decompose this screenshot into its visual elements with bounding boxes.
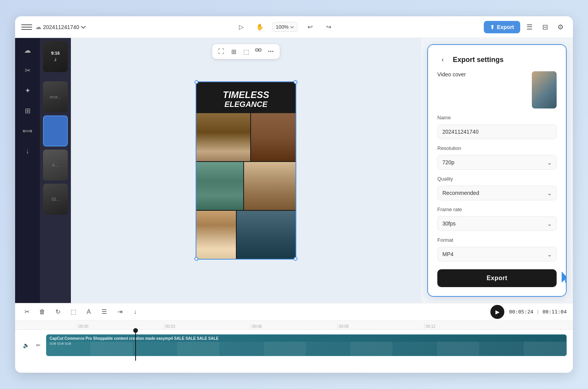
format-select[interactable]: MP4 MOV GIF bbox=[437, 247, 557, 262]
name-label: Name bbox=[437, 115, 557, 120]
handle-bl[interactable] bbox=[194, 257, 198, 261]
cut-icon: ✂ bbox=[25, 66, 31, 75]
media-thumb-4[interactable]: 4-... bbox=[43, 150, 68, 181]
svg-rect-0 bbox=[256, 49, 258, 51]
video-cover-thumbnail[interactable] bbox=[532, 71, 557, 108]
thumb-4 bbox=[177, 342, 220, 356]
collage-row-1 bbox=[196, 113, 296, 161]
redo-btn[interactable]: ↪ bbox=[322, 21, 335, 33]
cover-placeholder bbox=[532, 71, 557, 108]
menu-icon[interactable] bbox=[21, 22, 32, 33]
video-track[interactable]: CapCut Commerce Pro Shoppable content cr… bbox=[46, 334, 567, 356]
crop-tool[interactable]: ⛶ bbox=[215, 46, 227, 57]
sidebar-item-templates[interactable]: ⊞ bbox=[18, 102, 37, 120]
undo-btn[interactable]: ↩ bbox=[304, 21, 316, 33]
handle-br[interactable] bbox=[294, 257, 297, 261]
layout-icon-btn[interactable]: ⊟ bbox=[539, 21, 551, 33]
more-options-btn[interactable]: ··· bbox=[265, 46, 277, 57]
name-input[interactable] bbox=[437, 124, 557, 139]
track-label-text: CapCut Commerce Pro Shoppable content cr… bbox=[50, 336, 173, 341]
handle-tl[interactable] bbox=[194, 80, 198, 84]
svg-rect-1 bbox=[259, 49, 261, 51]
settings-icon-btn[interactable]: ⚙ bbox=[554, 21, 567, 33]
transitions-icon: ⟺ bbox=[22, 127, 33, 135]
collage-cell-2b bbox=[244, 162, 296, 210]
quality-select[interactable]: Recommended High Medium bbox=[437, 186, 557, 200]
export-sidebar-icon: ↓ bbox=[26, 147, 29, 155]
frame-rate-select[interactable]: 30fps 24fps 60fps bbox=[437, 216, 557, 231]
thumb-11 bbox=[480, 342, 523, 356]
left-sidebar: ☁ ✂ ✦ ⊞ ⟺ ↓ bbox=[15, 38, 40, 303]
topbar-left: ☁ 202411241740 bbox=[21, 22, 86, 33]
crop-tl-tool[interactable]: ⬚ bbox=[68, 306, 79, 317]
collage-cell-2a bbox=[196, 162, 243, 210]
collage-cell-1b bbox=[251, 113, 296, 161]
thumb-9 bbox=[393, 342, 436, 356]
zoom-selector[interactable]: 100% bbox=[272, 22, 297, 32]
collage-row-3 bbox=[196, 211, 296, 259]
playhead[interactable] bbox=[135, 330, 136, 361]
download-tool[interactable]: ↓ bbox=[130, 306, 141, 317]
export-settings-panel: ‹ Export settings Video cover Name Resol… bbox=[427, 44, 567, 297]
thumb-7 bbox=[307, 342, 350, 356]
sidebar-item-transitions[interactable]: ⟺ bbox=[18, 122, 37, 140]
resolution-select-wrapper: 720p 1080p 4K bbox=[437, 155, 557, 170]
timeline: 00:00 00:03 00:06 00:09 00:12 🔈 ✏ CapCut… bbox=[15, 320, 573, 373]
track-sale-labels: SALE SALE SALE SALE bbox=[174, 336, 218, 341]
trim-tool[interactable]: ⇥ bbox=[114, 306, 125, 317]
export-button[interactable]: ⬆ Export bbox=[484, 21, 520, 33]
play-button[interactable]: ▶ bbox=[490, 305, 504, 319]
align-tool[interactable]: ☰ bbox=[99, 306, 110, 317]
resolution-select[interactable]: 720p 1080p 4K bbox=[437, 155, 557, 170]
export-icon: ⬆ bbox=[490, 24, 495, 30]
ruler-mark-2: 00:06 bbox=[251, 324, 337, 329]
track-controls: 🔈 ✏ bbox=[21, 341, 43, 350]
pen-btn[interactable]: ✏ bbox=[34, 341, 43, 350]
frame-rate-select-wrapper: 30fps 24fps 60fps bbox=[437, 216, 557, 231]
frame-tool[interactable] bbox=[253, 46, 264, 57]
time-separator: | bbox=[536, 309, 543, 315]
time-display: 00:05:24 | 00:11:04 bbox=[509, 309, 567, 315]
quality-field-group: Quality Recommended High Medium bbox=[437, 176, 557, 200]
project-name[interactable]: ☁ 202411241740 bbox=[35, 23, 86, 31]
media-thumb-commerce[interactable]: erce... bbox=[43, 81, 68, 112]
media-thumb-03[interactable]: 03... bbox=[43, 184, 68, 215]
media-4-label: 4-... bbox=[52, 163, 58, 167]
video-cover-section: Video cover bbox=[437, 71, 557, 108]
main-area: ☁ ✂ ✦ ⊞ ⟺ ↓ 9:16 ♪ bbox=[15, 38, 573, 303]
text-tool[interactable]: A bbox=[83, 306, 94, 317]
delete-tool[interactable]: 🗑 bbox=[37, 306, 48, 317]
frame-rate-field-group: Frame rate 30fps 24fps 60fps bbox=[437, 207, 557, 231]
split-tool[interactable]: ✂ bbox=[21, 306, 32, 317]
sidebar-item-export[interactable]: ↓ bbox=[18, 142, 37, 160]
volume-btn[interactable]: 🔈 bbox=[21, 341, 31, 350]
rotate-tool[interactable]: ↻ bbox=[52, 306, 63, 317]
media-thumb-main[interactable]: 9:16 ♪ bbox=[43, 41, 68, 72]
media-thumb-blue[interactable] bbox=[43, 115, 68, 146]
back-button[interactable]: ‹ bbox=[437, 54, 448, 65]
thumb-2 bbox=[90, 342, 133, 356]
layers-icon-btn[interactable]: ☰ bbox=[523, 21, 536, 33]
play-tool-btn[interactable]: ▷ bbox=[235, 21, 248, 33]
templates-icon: ⊞ bbox=[25, 107, 31, 115]
project-name-text: 202411241740 bbox=[43, 24, 79, 30]
sidebar-item-cut[interactable]: ✂ bbox=[18, 61, 37, 80]
video-preview[interactable]: TIMELESS ELEGANCE bbox=[196, 81, 296, 260]
topbar-right: ⬆ Export ☰ ⊟ ⚙ bbox=[484, 21, 567, 33]
media-platform-icon: ♪ bbox=[54, 56, 57, 62]
transform-tool[interactable]: ⬚ bbox=[240, 46, 252, 57]
sidebar-item-effects[interactable]: ✦ bbox=[18, 81, 37, 100]
sidebar-item-media[interactable]: ☁ bbox=[18, 41, 37, 60]
thumb-3 bbox=[133, 342, 176, 356]
handle-tr[interactable] bbox=[294, 80, 297, 84]
export-action-button[interactable]: Export bbox=[437, 269, 557, 287]
collage-cell-1a bbox=[196, 113, 250, 161]
frame-rate-label: Frame rate bbox=[437, 207, 557, 212]
ruler-mark-0: 00:00 bbox=[77, 324, 164, 329]
hand-tool-btn[interactable]: ✋ bbox=[254, 21, 266, 33]
timeline-toolbar: ✂ 🗑 ↻ ⬚ A ☰ ⇥ ↓ ▶ 00:05:24 | 00:11:04 bbox=[15, 303, 573, 320]
topbar-center: ▷ ✋ 100% ↩ ↪ bbox=[89, 21, 480, 33]
thumb-1 bbox=[46, 342, 89, 356]
grid-tool[interactable]: ⊞ bbox=[228, 46, 239, 57]
name-field-group: Name bbox=[437, 115, 557, 139]
